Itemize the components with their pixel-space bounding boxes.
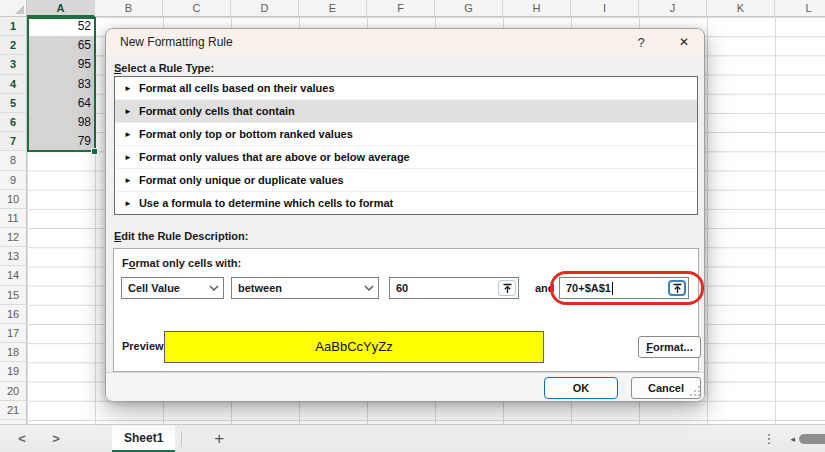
close-icon[interactable]: ✕ — [666, 29, 702, 56]
collapse-arrow-icon — [672, 283, 683, 294]
cell-value-dropdown-value: Cell Value — [128, 282, 180, 294]
rule-item-arrow-icon: ► — [124, 84, 132, 93]
row-header-20[interactable]: 20 — [0, 382, 27, 401]
scroll-left-icon[interactable]: ◂ — [790, 434, 795, 444]
resize-grip-icon[interactable] — [689, 385, 701, 397]
column-header-D[interactable]: D — [231, 0, 299, 17]
upper-bound-value: 70+$A$1 — [566, 278, 611, 298]
add-sheet-icon[interactable]: + — [214, 429, 224, 449]
row-header-11[interactable]: 11 — [0, 209, 27, 228]
sheet-tab-sheet1[interactable]: Sheet1 — [112, 425, 175, 452]
rule-item-label: Format only top or bottom ranked values — [139, 128, 353, 140]
select-rule-type-label: Select a Rule Type: — [114, 62, 214, 74]
format-cells-with-label: Format only cells with: — [122, 257, 241, 269]
column-header-E[interactable]: E — [299, 0, 367, 17]
help-icon[interactable]: ? — [624, 29, 658, 56]
preview-label: Preview: — [122, 340, 167, 352]
select-all-corner[interactable] — [0, 0, 27, 17]
row-header-6[interactable]: 6 — [0, 113, 27, 132]
dialog-titlebar[interactable]: New Formatting Rule ? ✕ — [106, 29, 704, 56]
collapse-dialog-button[interactable] — [498, 280, 516, 296]
rule-type-item[interactable]: ►Use a formula to determine which cells … — [115, 192, 697, 215]
edit-description-label: Edit the Rule Description: — [114, 230, 248, 242]
row-header-17[interactable]: 17 — [0, 324, 27, 343]
lower-bound-input[interactable]: 60 — [389, 277, 519, 299]
rule-item-label: Format only unique or duplicate values — [139, 174, 344, 186]
row-header-5[interactable]: 5 — [0, 94, 27, 113]
row-header-13[interactable]: 13 — [0, 247, 27, 266]
row-header-4[interactable]: 4 — [0, 75, 27, 94]
sheet-tab-bar: < > Sheet1 + ⋮ ◂ — [0, 424, 825, 452]
rule-item-label: Format only values that are above or bel… — [139, 151, 410, 163]
rule-item-label: Use a formula to determine which cells t… — [139, 197, 393, 209]
chevron-down-icon — [364, 285, 374, 291]
cell-A6[interactable]: 98 — [27, 113, 95, 132]
dialog-title: New Formatting Rule — [120, 29, 233, 56]
row-header-8[interactable]: 8 — [0, 151, 27, 170]
row-header-12[interactable]: 12 — [0, 228, 27, 247]
row-header-10[interactable]: 10 — [0, 190, 27, 209]
rule-type-item[interactable]: ►Format only values that are above or be… — [115, 146, 697, 169]
ok-button[interactable]: OK — [544, 377, 618, 399]
horizontal-scrollbar[interactable]: ◂ — [790, 434, 825, 444]
cell-A3[interactable]: 95 — [27, 55, 95, 74]
row-header-19[interactable]: 19 — [0, 362, 27, 381]
cell-A5[interactable]: 64 — [27, 94, 95, 113]
rule-item-arrow-icon: ► — [124, 107, 132, 116]
rule-type-item[interactable]: ►Format all cells based on their values — [115, 77, 697, 100]
column-header-B[interactable]: B — [95, 0, 163, 17]
cell-A1[interactable]: 52 — [27, 17, 95, 36]
row-header-16[interactable]: 16 — [0, 305, 27, 324]
rule-type-item[interactable]: ►Format only unique or duplicate values — [115, 169, 697, 192]
operator-dropdown-value: between — [238, 282, 282, 294]
cell-value-dropdown[interactable]: Cell Value — [121, 277, 224, 299]
text-cursor — [612, 282, 613, 295]
format-preview-swatch: AaBbCcYyZz — [164, 331, 544, 363]
collapse-arrow-icon — [502, 283, 513, 294]
column-header-J[interactable]: J — [639, 0, 707, 17]
row-header-14[interactable]: 14 — [0, 266, 27, 285]
row-header-2[interactable]: 2 — [0, 36, 27, 55]
prev-sheet-icon[interactable]: < — [10, 431, 34, 446]
column-header-F[interactable]: F — [367, 0, 435, 17]
column-header-G[interactable]: G — [435, 0, 503, 17]
new-formatting-rule-dialog: New Formatting Rule ? ✕ Select a Rule Ty… — [105, 28, 705, 401]
next-sheet-icon[interactable]: > — [44, 431, 68, 446]
rule-item-arrow-icon: ► — [124, 199, 132, 208]
column-header-L[interactable]: L — [775, 0, 825, 17]
rule-type-item[interactable]: ►Format only top or bottom ranked values — [115, 123, 697, 146]
upper-bound-input[interactable]: 70+$A$1 — [559, 277, 689, 299]
more-options-icon[interactable]: ⋮ — [762, 431, 776, 446]
operator-dropdown[interactable]: between — [231, 277, 379, 299]
rule-item-label: Format all cells based on their values — [139, 82, 335, 94]
format-button[interactable]: Format... — [638, 336, 701, 358]
rule-type-item[interactable]: ►Format only cells that contain — [115, 100, 697, 123]
chevron-down-icon — [209, 285, 219, 291]
lower-bound-value: 60 — [396, 278, 408, 298]
row-header-3[interactable]: 3 — [0, 55, 27, 74]
cell-A7[interactable]: 79 — [27, 132, 95, 151]
cell-A2[interactable]: 65 — [27, 36, 95, 55]
rule-item-arrow-icon: ► — [124, 130, 132, 139]
column-header-K[interactable]: K — [707, 0, 775, 17]
row-header-9[interactable]: 9 — [0, 171, 27, 190]
column-headers: ABCDEFGHIJKL — [27, 0, 825, 17]
row-header-21[interactable]: 21 — [0, 401, 27, 420]
column-header-H[interactable]: H — [503, 0, 571, 17]
column-header-A[interactable]: A — [27, 0, 95, 17]
column-header-I[interactable]: I — [571, 0, 639, 17]
cell-A4[interactable]: 83 — [27, 75, 95, 94]
column-header-C[interactable]: C — [163, 0, 231, 17]
row-header-7[interactable]: 7 — [0, 132, 27, 151]
scrollbar-thumb[interactable] — [799, 434, 825, 444]
row-header-15[interactable]: 15 — [0, 286, 27, 305]
excel-window: ABCDEFGHIJKL 123456789101112131415161718… — [0, 0, 825, 452]
row-header-1[interactable]: 1 — [0, 17, 27, 36]
rule-item-arrow-icon: ► — [124, 153, 132, 162]
fill-handle[interactable] — [91, 148, 98, 155]
rule-item-label: Format only cells that contain — [139, 105, 295, 117]
row-header-18[interactable]: 18 — [0, 343, 27, 362]
collapse-dialog-button[interactable] — [668, 280, 686, 296]
column-a-values: 52659583649879 — [27, 17, 95, 152]
rule-item-arrow-icon: ► — [124, 176, 132, 185]
